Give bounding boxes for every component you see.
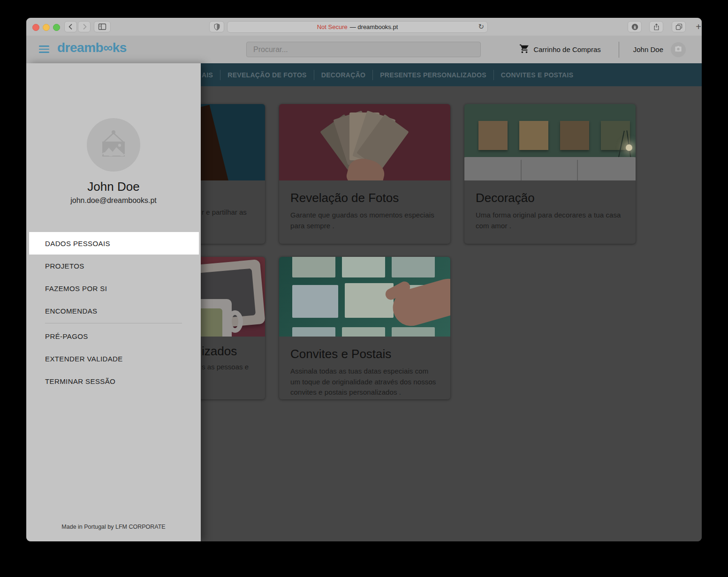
decorative-shape xyxy=(521,160,522,180)
share-button[interactable] xyxy=(649,21,663,32)
card-description: Assinala todas as tuas datas especiais c… xyxy=(290,366,439,398)
nav-item-presentes-personalizados[interactable]: PRESENTES PERSONALIZADOS xyxy=(373,71,493,79)
decorative-shape xyxy=(626,144,632,151)
logo-text: dreamb xyxy=(57,40,103,55)
drawer-footer-text: Made in Portugal by LFM CORPORATE xyxy=(26,524,201,530)
card-description: Uma forma original para decorares a tua … xyxy=(476,210,624,231)
camera-icon xyxy=(675,45,682,54)
header-divider xyxy=(619,42,619,58)
downloads-button[interactable] xyxy=(628,21,642,32)
new-tab-button[interactable]: + xyxy=(692,21,702,32)
decorative-shape xyxy=(560,121,589,150)
security-status: Not Secure xyxy=(317,23,348,30)
chevron-left-icon xyxy=(67,23,75,30)
decorative-shape xyxy=(478,121,508,150)
drawer-user-email: john.doe@dreambooks.pt xyxy=(26,196,201,205)
chevron-right-icon xyxy=(81,23,88,30)
decorative-shape xyxy=(601,121,630,150)
decorative-shape xyxy=(292,285,338,318)
nav-item-clipped[interactable]: AIS xyxy=(202,71,220,79)
show-all-tabs-button[interactable] xyxy=(672,21,686,32)
sidebar-icon xyxy=(98,23,106,30)
browser-window: Not Secure — dreambooks.pt ↻ + dreamb∞ xyxy=(26,18,702,541)
card-body: Revelação de Fotos Garante que guardas o… xyxy=(279,180,450,231)
address-bar[interactable]: Not Secure — dreambooks.pt ↻ xyxy=(227,21,488,33)
decorative-shape xyxy=(342,257,385,277)
decorative-shape xyxy=(39,49,49,50)
card-convites-e-postais[interactable]: Convites e Postais Assinala todas as tua… xyxy=(279,257,450,399)
search-input[interactable] xyxy=(246,42,481,57)
logo-text: ks xyxy=(113,40,127,55)
dreambooks-logo[interactable]: dreamb∞ks xyxy=(57,40,127,55)
card-title: Convites e Postais xyxy=(290,347,439,361)
decorative-shape xyxy=(345,283,394,318)
hamburger-menu-icon[interactable] xyxy=(39,45,49,53)
card-body: Decoração Uma forma original para decora… xyxy=(464,180,636,231)
nav-item-revelacao-de-fotos[interactable]: REVELAÇÃO DE FOTOS xyxy=(220,71,314,79)
menu-item-dados-pessoais[interactable]: DADOS PESSOAIS xyxy=(29,232,199,255)
shield-icon xyxy=(213,23,220,31)
decorative-shape xyxy=(464,157,636,180)
close-window-button[interactable] xyxy=(32,24,39,31)
cart-button[interactable]: Carrinho de Compras xyxy=(519,44,600,56)
reload-icon[interactable]: ↻ xyxy=(478,22,484,31)
zoom-window-button[interactable] xyxy=(53,24,60,31)
shopping-cart-icon xyxy=(519,44,533,56)
header-right-cluster: Carrinho de Compras John Doe xyxy=(519,36,686,63)
card-description-fragment: r e partilhar as xyxy=(202,208,247,216)
menu-item-terminar-sessao[interactable]: TERMINAR SESSÃO xyxy=(26,370,201,392)
cart-label: Carrinho de Compras xyxy=(533,45,600,53)
drawer-avatar xyxy=(87,118,140,172)
sidebar-toggle-button[interactable] xyxy=(94,21,111,32)
decorative-shape xyxy=(198,308,222,337)
share-icon xyxy=(653,23,660,31)
menu-item-encomendas[interactable]: ENCOMENDAS xyxy=(26,300,201,322)
menu-item-fazemos-por-si[interactable]: FAZEMOS POR SI xyxy=(26,277,201,300)
card-description: Garante que guardas os momentos especiai… xyxy=(290,210,439,231)
infinity-icon: ∞ xyxy=(103,40,112,55)
card-description-fragment: s as pessoas e xyxy=(202,363,249,371)
header-user-name[interactable]: John Doe xyxy=(633,45,663,53)
card-body: Convites e Postais Assinala todas as tua… xyxy=(279,337,450,398)
site-header: dreamb∞ks Carrinho de Compras John Doe xyxy=(26,36,702,63)
user-avatar[interactable] xyxy=(671,42,686,57)
decorative-shape xyxy=(39,52,49,53)
decorative-shape xyxy=(392,257,435,277)
menu-item-pre-pagos[interactable]: PRÉ-PAGOS xyxy=(26,325,201,347)
tabs-icon xyxy=(675,23,683,31)
decorative-shape xyxy=(577,160,578,180)
card-revelacao-de-fotos[interactable]: Revelação de Fotos Garante que guardas o… xyxy=(279,104,450,244)
card-image xyxy=(279,104,450,180)
decorative-shape xyxy=(392,327,435,337)
menu-item-projetos[interactable]: PROJETOS xyxy=(26,255,201,277)
forward-button[interactable] xyxy=(78,21,91,32)
card-title: Revelação de Fotos xyxy=(290,191,439,205)
nav-item-decoracao[interactable]: DECORAÇÃO xyxy=(314,71,372,79)
browser-toolbar: Not Secure — dreambooks.pt ↻ + xyxy=(26,18,702,36)
card-decoracao[interactable]: Decoração Uma forma original para decora… xyxy=(464,104,636,244)
back-button[interactable] xyxy=(64,21,77,32)
menu-divider xyxy=(45,323,182,323)
decorative-shape xyxy=(519,121,548,150)
menu-item-extender-validade[interactable]: EXTENDER VALIDADE xyxy=(26,347,201,370)
privacy-report-button[interactable] xyxy=(209,21,224,32)
card-image xyxy=(279,257,450,337)
decorative-shape xyxy=(39,45,49,47)
minimize-window-button[interactable] xyxy=(43,24,50,31)
decorative-shape xyxy=(227,310,243,333)
decorative-shape xyxy=(292,327,335,337)
picture-placeholder-icon xyxy=(98,129,129,160)
decorative-shape xyxy=(292,257,335,277)
download-icon xyxy=(631,23,639,31)
decorative-shape xyxy=(388,274,450,330)
screen-background: Not Secure — dreambooks.pt ↻ + dreamb∞ xyxy=(0,0,728,577)
nav-item-convites-e-postais[interactable]: CONVITES E POSTAIS xyxy=(494,71,581,79)
decorative-shape xyxy=(342,327,385,337)
card-title: Decoração xyxy=(476,191,624,205)
drawer-menu: DADOS PESSOAIS PROJETOS FAZEMOS POR SI E… xyxy=(26,232,201,392)
url-text: — dreambooks.pt xyxy=(350,23,398,30)
card-image xyxy=(464,104,636,180)
drawer-user-name: John Doe xyxy=(26,180,201,194)
account-drawer: John Doe john.doe@dreambooks.pt DADOS PE… xyxy=(26,63,201,541)
card-title-fragment: izados xyxy=(202,344,237,359)
